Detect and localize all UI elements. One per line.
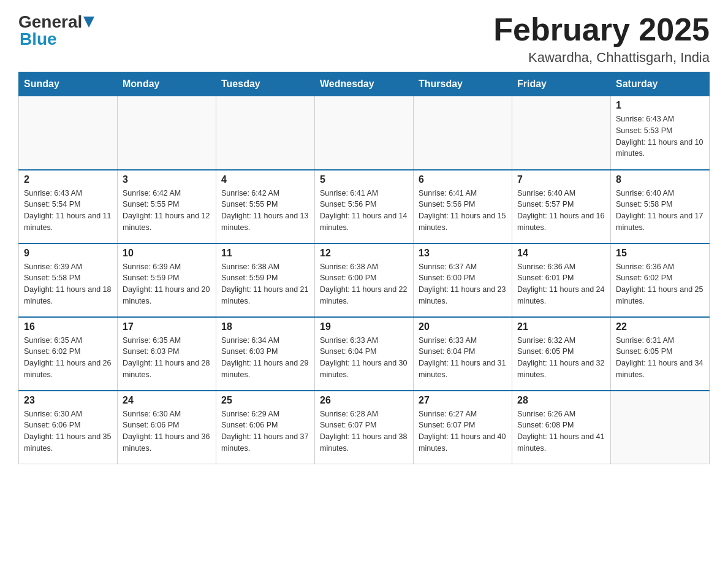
calendar-cell: 2Sunrise: 6:43 AMSunset: 5:54 PMDaylight… <box>19 170 118 243</box>
day-info: Sunrise: 6:41 AMSunset: 5:56 PMDaylight:… <box>419 188 507 234</box>
day-info: Sunrise: 6:42 AMSunset: 5:55 PMDaylight:… <box>123 188 211 234</box>
weekday-header-row: SundayMondayTuesdayWednesdayThursdayFrid… <box>19 72 710 96</box>
day-number: 2 <box>24 174 112 185</box>
calendar-cell: 3Sunrise: 6:42 AMSunset: 5:55 PMDaylight… <box>118 170 216 243</box>
day-number: 28 <box>517 395 605 406</box>
day-number: 22 <box>616 321 704 332</box>
calendar-cell: 23Sunrise: 6:30 AMSunset: 6:06 PMDayligh… <box>19 391 118 464</box>
calendar-cell: 15Sunrise: 6:36 AMSunset: 6:02 PMDayligh… <box>611 243 710 317</box>
day-info: Sunrise: 6:29 AMSunset: 6:06 PMDaylight:… <box>221 408 309 454</box>
calendar-cell: 8Sunrise: 6:40 AMSunset: 5:58 PMDaylight… <box>611 170 710 243</box>
calendar-week-5: 23Sunrise: 6:30 AMSunset: 6:06 PMDayligh… <box>19 391 710 464</box>
calendar-cell: 1Sunrise: 6:43 AMSunset: 5:53 PMDaylight… <box>611 96 710 170</box>
weekday-header-monday: Monday <box>118 72 216 96</box>
calendar-cell <box>414 96 512 170</box>
day-info: Sunrise: 6:33 AMSunset: 6:04 PMDaylight:… <box>320 335 408 381</box>
day-number: 17 <box>123 321 211 332</box>
calendar-cell: 18Sunrise: 6:34 AMSunset: 6:03 PMDayligh… <box>216 317 315 391</box>
day-number: 18 <box>221 321 309 332</box>
day-number: 3 <box>123 174 211 185</box>
day-number: 13 <box>419 248 507 259</box>
calendar-cell: 6Sunrise: 6:41 AMSunset: 5:56 PMDaylight… <box>414 170 512 243</box>
day-info: Sunrise: 6:41 AMSunset: 5:56 PMDaylight:… <box>320 188 408 234</box>
day-number: 14 <box>517 248 605 259</box>
calendar-cell: 5Sunrise: 6:41 AMSunset: 5:56 PMDaylight… <box>315 170 414 243</box>
day-number: 26 <box>320 395 408 406</box>
calendar-cell: 7Sunrise: 6:40 AMSunset: 5:57 PMDaylight… <box>512 170 611 243</box>
day-info: Sunrise: 6:43 AMSunset: 5:54 PMDaylight:… <box>24 188 112 234</box>
calendar-cell: 4Sunrise: 6:42 AMSunset: 5:55 PMDaylight… <box>216 170 315 243</box>
day-number: 20 <box>419 321 507 332</box>
day-info: Sunrise: 6:26 AMSunset: 6:08 PMDaylight:… <box>517 408 605 454</box>
calendar-cell <box>216 96 315 170</box>
day-info: Sunrise: 6:40 AMSunset: 5:58 PMDaylight:… <box>616 188 704 234</box>
calendar-cell <box>315 96 414 170</box>
calendar-cell: 11Sunrise: 6:38 AMSunset: 5:59 PMDayligh… <box>216 243 315 317</box>
logo-blue-text: Blue <box>18 29 57 49</box>
calendar-cell: 17Sunrise: 6:35 AMSunset: 6:03 PMDayligh… <box>118 317 216 391</box>
day-info: Sunrise: 6:38 AMSunset: 6:00 PMDaylight:… <box>320 261 408 307</box>
day-number: 25 <box>221 395 309 406</box>
day-info: Sunrise: 6:27 AMSunset: 6:07 PMDaylight:… <box>419 408 507 454</box>
day-info: Sunrise: 6:33 AMSunset: 6:04 PMDaylight:… <box>419 335 507 381</box>
calendar-cell: 28Sunrise: 6:26 AMSunset: 6:08 PMDayligh… <box>512 391 611 464</box>
day-number: 21 <box>517 321 605 332</box>
title-section: February 2025 Kawardha, Chhattisgarh, In… <box>493 12 710 66</box>
day-number: 11 <box>221 248 309 259</box>
day-number: 6 <box>419 174 507 185</box>
calendar-cell: 25Sunrise: 6:29 AMSunset: 6:06 PMDayligh… <box>216 391 315 464</box>
day-info: Sunrise: 6:39 AMSunset: 5:58 PMDaylight:… <box>24 261 112 307</box>
weekday-header-sunday: Sunday <box>19 72 118 96</box>
day-info: Sunrise: 6:35 AMSunset: 6:03 PMDaylight:… <box>123 335 211 381</box>
day-info: Sunrise: 6:40 AMSunset: 5:57 PMDaylight:… <box>517 188 605 234</box>
day-number: 16 <box>24 321 112 332</box>
calendar-cell: 9Sunrise: 6:39 AMSunset: 5:58 PMDaylight… <box>19 243 118 317</box>
day-number: 23 <box>24 395 112 406</box>
calendar-week-1: 1Sunrise: 6:43 AMSunset: 5:53 PMDaylight… <box>19 96 710 170</box>
day-number: 9 <box>24 248 112 259</box>
weekday-header-thursday: Thursday <box>414 72 512 96</box>
calendar-cell <box>19 96 118 170</box>
calendar-cell <box>512 96 611 170</box>
day-info: Sunrise: 6:38 AMSunset: 5:59 PMDaylight:… <box>221 261 309 307</box>
weekday-header-tuesday: Tuesday <box>216 72 315 96</box>
calendar: SundayMondayTuesdayWednesdayThursdayFrid… <box>18 72 710 464</box>
day-info: Sunrise: 6:39 AMSunset: 5:59 PMDaylight:… <box>123 261 211 307</box>
day-number: 8 <box>616 174 704 185</box>
calendar-cell: 26Sunrise: 6:28 AMSunset: 6:07 PMDayligh… <box>315 391 414 464</box>
day-number: 5 <box>320 174 408 185</box>
day-info: Sunrise: 6:30 AMSunset: 6:06 PMDaylight:… <box>123 408 211 454</box>
day-info: Sunrise: 6:31 AMSunset: 6:05 PMDaylight:… <box>616 335 704 381</box>
day-number: 10 <box>123 248 211 259</box>
day-number: 1 <box>616 100 704 111</box>
calendar-cell <box>611 391 710 464</box>
page-header: General Blue February 2025 Kawardha, Chh… <box>18 12 710 66</box>
calendar-cell: 20Sunrise: 6:33 AMSunset: 6:04 PMDayligh… <box>414 317 512 391</box>
calendar-cell: 22Sunrise: 6:31 AMSunset: 6:05 PMDayligh… <box>611 317 710 391</box>
weekday-header-friday: Friday <box>512 72 611 96</box>
calendar-cell <box>118 96 216 170</box>
day-info: Sunrise: 6:30 AMSunset: 6:06 PMDaylight:… <box>24 408 112 454</box>
logo: General Blue <box>18 12 94 49</box>
day-info: Sunrise: 6:34 AMSunset: 6:03 PMDaylight:… <box>221 335 309 381</box>
calendar-cell: 13Sunrise: 6:37 AMSunset: 6:00 PMDayligh… <box>414 243 512 317</box>
day-info: Sunrise: 6:35 AMSunset: 6:02 PMDaylight:… <box>24 335 112 381</box>
weekday-header-saturday: Saturday <box>611 72 710 96</box>
weekday-header-wednesday: Wednesday <box>315 72 414 96</box>
calendar-cell: 19Sunrise: 6:33 AMSunset: 6:04 PMDayligh… <box>315 317 414 391</box>
day-number: 12 <box>320 248 408 259</box>
day-number: 24 <box>123 395 211 406</box>
day-number: 7 <box>517 174 605 185</box>
day-info: Sunrise: 6:32 AMSunset: 6:05 PMDaylight:… <box>517 335 605 381</box>
day-number: 19 <box>320 321 408 332</box>
month-title: February 2025 <box>493 12 710 47</box>
calendar-week-2: 2Sunrise: 6:43 AMSunset: 5:54 PMDaylight… <box>19 170 710 243</box>
day-info: Sunrise: 6:36 AMSunset: 6:02 PMDaylight:… <box>616 261 704 307</box>
day-info: Sunrise: 6:43 AMSunset: 5:53 PMDaylight:… <box>616 113 704 159</box>
calendar-week-3: 9Sunrise: 6:39 AMSunset: 5:58 PMDaylight… <box>19 243 710 317</box>
logo-icon <box>83 17 94 28</box>
day-number: 27 <box>419 395 507 406</box>
day-number: 4 <box>221 174 309 185</box>
calendar-cell: 10Sunrise: 6:39 AMSunset: 5:59 PMDayligh… <box>118 243 216 317</box>
calendar-cell: 14Sunrise: 6:36 AMSunset: 6:01 PMDayligh… <box>512 243 611 317</box>
